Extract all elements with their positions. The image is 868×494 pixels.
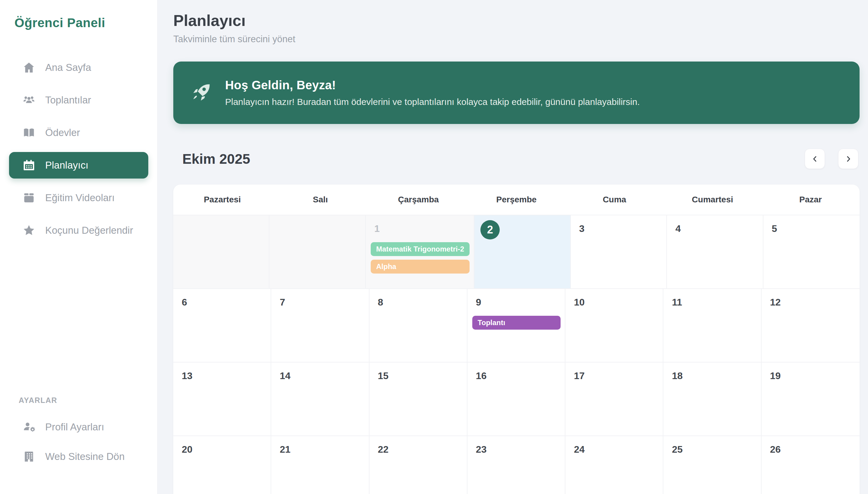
weekday-header: Çarşamba: [370, 195, 468, 205]
day-number: 17: [574, 370, 663, 381]
day-number: 12: [770, 297, 860, 308]
chevron-left-icon: [811, 155, 819, 163]
home-icon: [22, 61, 36, 74]
day-cell-20[interactable]: 20: [173, 436, 271, 494]
day-number: 5: [772, 223, 860, 234]
day-number: 20: [182, 444, 271, 455]
day-number: 18: [672, 370, 761, 381]
day-number: 23: [476, 444, 565, 455]
calendar-week-row: 6789Toplantı101112: [173, 288, 860, 362]
event-pill[interactable]: Alpha: [371, 260, 470, 273]
day-number: 26: [770, 444, 860, 455]
welcome-banner-text: Hoş Geldin, Beyza! Planlayıcın hazır! Bu…: [225, 78, 640, 107]
event-pill[interactable]: Toplantı: [472, 316, 560, 330]
day-cell-22[interactable]: 22: [370, 436, 468, 494]
day-cell-14[interactable]: 14: [271, 362, 369, 436]
weekday-header-row: PazartesiSalıÇarşambaPerşembeCumaCumarte…: [173, 185, 860, 215]
sidebar-nav: Ana SayfaToplantılarÖdevlerPlanlayıcıEği…: [0, 51, 157, 247]
day-cell-19[interactable]: 19: [762, 362, 860, 436]
day-number: 10: [574, 297, 663, 308]
day-cell-25[interactable]: 25: [663, 436, 761, 494]
sidebar-item-ana-sayfa[interactable]: Ana Sayfa: [9, 54, 148, 81]
day-cell-21[interactable]: 21: [271, 436, 369, 494]
sidebar-item-label: Eğitim Videoları: [45, 192, 115, 204]
welcome-banner: Hoş Geldin, Beyza! Planlayıcın hazır! Bu…: [173, 61, 860, 124]
day-cell-4[interactable]: 4: [667, 215, 763, 288]
day-cell-15[interactable]: 15: [370, 362, 468, 436]
month-nav: [805, 149, 859, 169]
sidebar-item-label: Profil Ayarları: [45, 421, 104, 433]
day-number: 22: [378, 444, 467, 455]
day-number: 9: [476, 297, 565, 308]
chevron-right-icon: [844, 155, 853, 163]
prev-month-button[interactable]: [805, 149, 825, 169]
day-cell-24[interactable]: 24: [566, 436, 663, 494]
page-subtitle: Takviminle tüm sürecini yönet: [173, 34, 860, 45]
day-cell-7[interactable]: 7: [271, 289, 369, 362]
day-number: 6: [182, 297, 271, 308]
day-cell-3[interactable]: 3: [571, 215, 667, 288]
day-number: 19: [770, 370, 860, 381]
day-cell-10[interactable]: 10: [566, 289, 663, 362]
student-panel-planner-page: { "colors": { "brand": "#2e7261", "today…: [0, 0, 868, 494]
sidebar-item-toplantilar[interactable]: Toplantılar: [9, 87, 148, 113]
calendar-week-row: 1Matematik Trigonometri-2Alpha2345: [173, 215, 860, 288]
settings-nav: Profil AyarlarıWeb Sitesine Dön: [0, 411, 157, 473]
day-cell-16[interactable]: 16: [468, 362, 566, 436]
sidebar-item-kocunu-degerlendir[interactable]: Koçunu Değerlendir: [9, 217, 148, 244]
day-cell-6[interactable]: 6: [173, 289, 271, 362]
book-icon: [22, 126, 36, 139]
day-events: Toplantı: [468, 316, 565, 330]
sidebar-item-profil-ayarlari[interactable]: Profil Ayarları: [9, 414, 148, 440]
day-events: Matematik Trigonometri-2Alpha: [366, 242, 474, 273]
day-cell-5[interactable]: 5: [764, 215, 860, 288]
calendar: PazartesiSalıÇarşambaPerşembeCumaCumarte…: [173, 185, 860, 494]
day-cell-9[interactable]: 9Toplantı: [468, 289, 566, 362]
sidebar: Öğrenci Paneli Ana SayfaToplantılarÖdevl…: [0, 0, 158, 494]
app-title: Öğrenci Paneli: [15, 16, 157, 30]
weekday-header: Cumartesi: [663, 195, 761, 205]
day-cell-26[interactable]: 26: [762, 436, 860, 494]
day-cell-11[interactable]: 11: [663, 289, 761, 362]
settings-section-label: AYARLAR: [19, 396, 157, 405]
welcome-title: Hoş Geldin, Beyza!: [225, 78, 640, 92]
day-number: 1: [374, 223, 474, 234]
calendar-grid: 1Matematik Trigonometri-2Alpha23456789To…: [173, 215, 860, 494]
day-cell-empty[interactable]: [270, 215, 366, 288]
day-cell-8[interactable]: 8: [370, 289, 468, 362]
next-month-button[interactable]: [838, 149, 859, 169]
day-cell-18[interactable]: 18: [663, 362, 761, 436]
calendar-week-row: 13141516171819: [173, 362, 860, 436]
page-title: Planlayıcı: [173, 12, 860, 30]
sidebar-item-odevler[interactable]: Ödevler: [9, 119, 148, 146]
day-number: 3: [579, 223, 666, 234]
day-cell-2[interactable]: 2: [474, 215, 571, 288]
day-cell-12[interactable]: 12: [762, 289, 860, 362]
sidebar-item-label: Ana Sayfa: [45, 62, 91, 73]
main-content: Planlayıcı Takviminle tüm sürecini yönet…: [158, 0, 868, 494]
user-gear-icon: [22, 420, 36, 434]
sidebar-item-label: Planlayıcı: [45, 159, 88, 171]
day-number: 21: [280, 444, 369, 455]
weekday-header: Perşembe: [468, 195, 566, 205]
sidebar-item-planlayici[interactable]: Planlayıcı: [9, 152, 148, 178]
day-cell-23[interactable]: 23: [468, 436, 566, 494]
month-header: Ekim 2025: [173, 149, 860, 169]
day-cell-17[interactable]: 17: [566, 362, 663, 436]
day-cell-1[interactable]: 1Matematik Trigonometri-2Alpha: [366, 215, 474, 288]
sidebar-item-egitim-videolari[interactable]: Eğitim Videoları: [9, 185, 148, 211]
event-pill[interactable]: Matematik Trigonometri-2: [371, 242, 470, 256]
day-number: 14: [280, 370, 369, 381]
day-cell-empty[interactable]: [173, 215, 270, 288]
video-box-icon: [22, 191, 36, 205]
calendar-week-row: 20212223242526: [173, 436, 860, 494]
day-number: 8: [378, 297, 467, 308]
day-cell-13[interactable]: 13: [173, 362, 271, 436]
sidebar-item-label: Ödevler: [45, 127, 80, 138]
sidebar-settings-section: AYARLAR Profil AyarlarıWeb Sitesine Dön: [0, 396, 157, 494]
sidebar-item-web-sitesine-don[interactable]: Web Sitesine Dön: [9, 443, 148, 470]
weekday-header: Pazar: [762, 195, 860, 205]
sidebar-item-label: Toplantılar: [45, 94, 91, 106]
day-number: 24: [574, 444, 663, 455]
day-number: 11: [672, 297, 761, 308]
